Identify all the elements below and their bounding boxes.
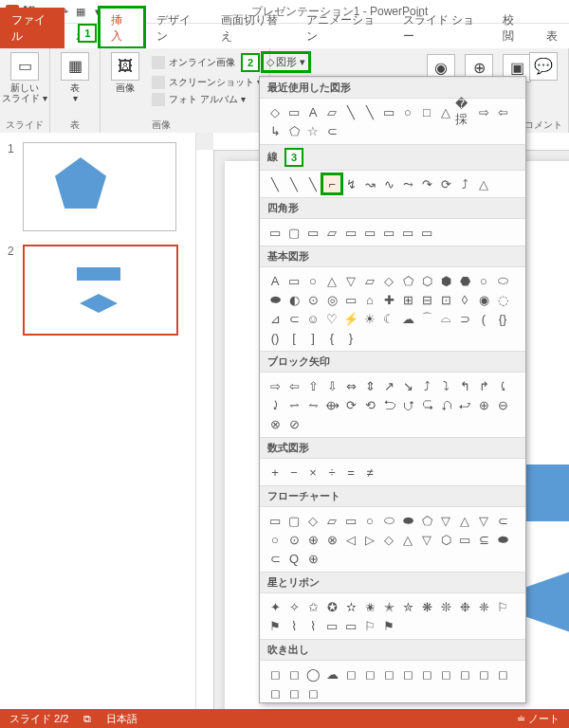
shape-item[interactable]: () [266,328,284,347]
shape-item[interactable]: ✚ [379,290,398,309]
shape-item[interactable]: ⊕ [474,395,493,414]
shape-item[interactable]: ▭ [284,102,303,121]
shape-item[interactable]: ▭ [266,511,284,530]
shape-item[interactable]: ▽ [341,271,360,290]
shape-item[interactable]: ⚐ [493,597,512,616]
shape-item[interactable]: ↱ [474,376,493,395]
shape-freeform-line[interactable]: ⌐ [322,174,341,193]
shape-item[interactable]: ⥊ [303,395,322,414]
shape-item[interactable]: ◌ [493,290,512,309]
shape-item[interactable]: ◇ [303,511,322,530]
shape-item[interactable]: − [284,463,303,482]
shape-item[interactable]: ✪ [322,597,341,616]
shape-item[interactable]: ⇨ [474,102,493,121]
shape-item[interactable]: ⌂ [360,290,379,309]
shape-item[interactable]: ⬭ [379,511,398,530]
shape-item[interactable]: ❈ [474,597,493,616]
shape-item[interactable]: ╲ [341,102,360,121]
shape-item[interactable]: ▭ [417,223,436,242]
shape-item[interactable]: ❉ [455,597,474,616]
shape-item[interactable]: ⌇ [303,616,322,635]
shape-item[interactable]: ⟴ [322,395,341,414]
shape-item[interactable]: Q [284,549,303,568]
shape-item[interactable]: ⇩ [322,376,341,395]
shape-item[interactable]: ◻ [341,664,360,683]
thumbnail-2[interactable]: 2 [8,245,188,336]
shape-item[interactable]: ⊂ [493,511,512,530]
shape-item[interactable]: ╲ [266,174,284,193]
tab-review[interactable]: 校閲 [491,8,535,48]
shape-item[interactable]: ◻ [284,683,303,702]
shape-item[interactable]: ] [303,328,322,347]
shape-item[interactable]: ☁ [398,309,417,328]
shape-item[interactable]: ◻ [284,664,303,683]
shape-item[interactable]: ⤴ [455,174,474,193]
shape-item[interactable]: ◎ [322,290,341,309]
shape-item[interactable]: ⊖ [493,395,512,414]
shape-item[interactable]: ▭ [266,223,284,242]
shape-item[interactable]: ◻ [455,664,474,683]
shape-item[interactable]: ▭ [379,102,398,121]
shape-item[interactable]: ⌓ [436,309,455,328]
shape-item[interactable]: ☾ [379,309,398,328]
shape-item[interactable]: □ [417,102,436,121]
shape-item[interactable]: △ [398,530,417,549]
shape-item[interactable]: ⮍ [398,395,417,414]
shape-item[interactable]: ○ [303,271,322,290]
shape-item[interactable]: ⬭ [493,271,512,290]
shape-item[interactable]: ✭ [379,597,398,616]
shape-item[interactable]: ⊞ [398,290,417,309]
shape-item[interactable]: ↝ [360,174,379,193]
shape-item[interactable]: ↷ [417,174,436,193]
shape-item[interactable]: ▢ [284,511,303,530]
notes-button[interactable]: ≐ ノート [517,712,560,726]
tab-view[interactable]: 表 [535,24,569,48]
shape-item[interactable]: ◁ [341,530,360,549]
shape-item[interactable]: ⌇ [284,616,303,635]
shape-item[interactable]: ◻ [303,683,322,702]
table-button[interactable]: ▦ 表 ▾ [56,52,94,103]
shape-item[interactable]: △ [474,174,493,193]
shape-item[interactable]: ⮐ [455,395,474,414]
shapes-button[interactable]: ◇ 図形 ▾ [262,52,310,72]
shape-item[interactable]: ⚡ [341,309,360,328]
shape-item[interactable]: ◻ [493,664,512,683]
shape-item[interactable]: ⇨ [266,376,284,395]
shape-item[interactable]: ◻ [379,664,398,683]
shape-item[interactable]: ☆ [303,121,322,140]
shape-item[interactable]: ▭ [341,223,360,242]
shape-item[interactable]: ◻ [398,664,417,683]
shape-item[interactable]: ⬡ [417,271,436,290]
shape-item[interactable]: ▭ [303,223,322,242]
shape-item[interactable]: {} [493,309,512,328]
shape-item[interactable]: ↘ [398,376,417,395]
shape-item[interactable]: ⬡ [436,530,455,549]
shape-item[interactable]: = [341,463,360,482]
shape-item[interactable]: ▽ [436,511,455,530]
shape-item[interactable]: ▭ [379,223,398,242]
screenshot-button[interactable]: スクリーンショット ▾ [150,75,264,90]
shape-item[interactable]: ⚐ [360,616,379,635]
shape-item[interactable]: ╲ [303,174,322,193]
shape-item[interactable]: ☺ [303,309,322,328]
shape-item[interactable]: ⊡ [436,290,455,309]
shape-item[interactable]: ◻ [417,664,436,683]
shape-item[interactable]: ⬣ [455,271,474,290]
shape-item[interactable]: ⊟ [417,290,436,309]
shape-item[interactable]: ✬ [360,597,379,616]
shape-item[interactable]: ▽ [474,511,493,530]
shape-item[interactable]: ⌒ [417,309,436,328]
tab-design[interactable]: デザイン [145,8,210,48]
shape-item[interactable]: ⤸ [266,395,284,414]
shape-item[interactable]: ⮌ [379,395,398,414]
shape-item[interactable]: ╲ [284,174,303,193]
shape-item[interactable]: ⤳ [398,174,417,193]
shape-item[interactable]: ╲ [360,102,379,121]
shape-item[interactable]: ⬬ [266,290,284,309]
tab-transitions[interactable]: 画面切り替え [210,8,296,48]
shape-item[interactable]: + [266,463,284,482]
shape-item[interactable]: ⇕ [360,376,379,395]
shape-item[interactable]: ⊗ [322,530,341,549]
shape-item[interactable]: ▱ [322,102,341,121]
shape-item[interactable]: ⊃ [455,309,474,328]
